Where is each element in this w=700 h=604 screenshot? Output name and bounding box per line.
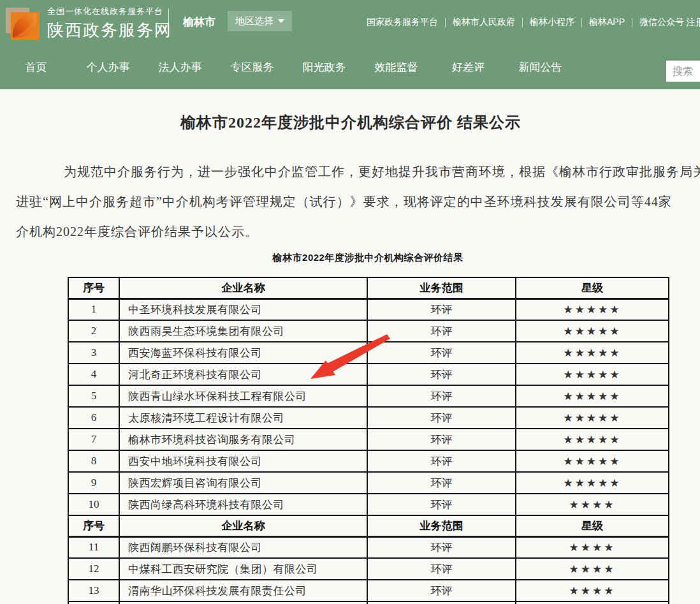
search-input[interactable] xyxy=(666,61,700,82)
table-cell-scope: 环评 xyxy=(367,385,516,407)
table-cell-stars: ★★★★★ xyxy=(516,364,669,385)
table-cell-scope: 环评 xyxy=(367,494,516,515)
site-header: 全国一体化在线政务服务平台 陕西政务服务网 榆林市 地区选择 国家政务服务平台榆… xyxy=(0,0,700,45)
nav-item[interactable]: 效能监督 xyxy=(360,60,432,75)
page-title: 榆林市2022年度涉批中介机构综合评价 结果公示 xyxy=(16,112,685,133)
link-separator xyxy=(522,18,523,27)
table-cell-scope: 环评 xyxy=(367,407,516,429)
table-row: 8西安中地环境科技有限公司环评★★★★★ xyxy=(68,450,669,472)
table-cell-stars: ★★★★ xyxy=(516,536,669,558)
nav-item[interactable]: 法人办事 xyxy=(144,60,216,75)
table-row: 13渭南华山环保科技发展有限责任公司环评★★★★ xyxy=(68,580,669,601)
column-header: 业务范围 xyxy=(367,515,516,536)
table-row: 5陕西青山绿水环保科技工程有限公司环评★★★★★ xyxy=(68,385,669,407)
current-city-label: 榆林市 xyxy=(183,15,215,29)
table-cell-empty xyxy=(367,601,516,604)
table-cell-empty xyxy=(68,601,119,604)
table-cell-no: 7 xyxy=(68,429,119,450)
nav-item[interactable]: 个人办事 xyxy=(72,60,144,75)
table-cell-scope: 环评 xyxy=(367,450,516,472)
header-link[interactable]: 榆林市人民政府 xyxy=(453,17,515,28)
table-cell-name: 中圣环境科技发展有限公司 xyxy=(119,298,367,320)
table-cell-scope: 环评 xyxy=(367,558,516,580)
platform-tagline: 全国一体化在线政务服务平台 xyxy=(47,6,172,17)
table-cell-empty xyxy=(516,601,669,604)
main-nav: 首页个人办事法人办事专区服务阳光政务效能监督好差评新闻公告 xyxy=(0,45,700,89)
table-cell-name: 河北奇正环境科技有限公司 xyxy=(119,364,367,385)
nav-item[interactable]: 好差评 xyxy=(432,60,504,75)
table-cell-stars: ★★★★★ xyxy=(516,298,669,320)
paragraph-line: 进驻“网上中介服务超市”中介机构考评管理规定（试行）》要求，现将评定的中圣环境科… xyxy=(16,187,700,217)
table-row: 2陕西雨昊生态环境集团有限公司环评★★★★★ xyxy=(68,320,669,342)
column-header: 企业名称 xyxy=(119,277,367,298)
table-cell-stars: ★★★★★ xyxy=(516,407,669,429)
table-cell-name: 陕西尚绿高科环境科技有限公司 xyxy=(119,494,367,515)
table-cell-stars: ★★★★ xyxy=(516,558,669,580)
link-separator xyxy=(632,18,632,27)
register-link[interactable]: 注册 xyxy=(686,17,700,29)
header-link[interactable]: 微信公众号 xyxy=(639,17,684,28)
table-cell-stars: ★★★★★ xyxy=(516,472,669,494)
table-row: 6太原核清环境工程设计有限公司环评★★★★★ xyxy=(68,407,669,429)
evaluation-results-table: 序号企业名称业务范围星级1中圣环境科技发展有限公司环评★★★★★2陕西雨昊生态环… xyxy=(68,277,669,604)
table-row-partial xyxy=(68,601,669,604)
header-link[interactable]: 国家政务服务平台 xyxy=(367,17,438,28)
table-cell-no: 9 xyxy=(68,472,119,494)
table-cell-scope: 环评 xyxy=(367,320,516,342)
table-cell-name: 榆林市环境科技咨询服务有限公司 xyxy=(119,429,367,450)
table-cell-stars: ★★★★★ xyxy=(516,385,669,407)
table-cell-scope: 环评 xyxy=(367,536,516,558)
site-title: 陕西政务服务网 xyxy=(47,19,172,41)
table-cell-name: 渭南华山环保科技发展有限责任公司 xyxy=(119,580,367,601)
link-separator xyxy=(445,18,446,27)
table-row: 10陕西尚绿高科环境科技有限公司环评★★★★ xyxy=(68,494,669,515)
table-body: 序号企业名称业务范围星级1中圣环境科技发展有限公司环评★★★★★2陕西雨昊生态环… xyxy=(68,277,669,604)
nav-item[interactable]: 首页 xyxy=(0,60,72,75)
column-header: 业务范围 xyxy=(367,277,516,298)
nav-item[interactable]: 新闻公告 xyxy=(504,60,576,75)
table-cell-scope: 环评 xyxy=(367,429,516,450)
table-cell-name: 西安中地环境科技有限公司 xyxy=(119,450,367,472)
table-cell-no: 11 xyxy=(68,536,119,558)
header-link[interactable]: 榆林小程序 xyxy=(530,17,574,28)
column-header: 序号 xyxy=(68,515,119,536)
announcement-paragraph: 为规范中介服务行为，进一步强化中介监管工作，更好地提升我市营商环境，根据《榆林市… xyxy=(16,157,700,247)
article-content: 榆林市2022年度涉批中介机构综合评价 结果公示 为规范中介服务行为，进一步强化… xyxy=(0,89,700,604)
table-cell-no: 2 xyxy=(68,320,119,342)
table-cell-no: 4 xyxy=(68,364,119,385)
table-row: 12中煤科工西安研究院（集团）有限公司环评★★★★ xyxy=(68,558,669,580)
table-cell-stars: ★★★★★ xyxy=(516,320,669,342)
region-selector-button[interactable]: 地区选择 xyxy=(228,11,292,31)
table-caption: 榆林市2022年度涉批中介机构综合评价结果 xyxy=(68,252,668,264)
brand-block: 全国一体化在线政务服务平台 陕西政务服务网 xyxy=(47,6,172,41)
table-cell-scope: 环评 xyxy=(367,298,516,320)
table-cell-scope: 环评 xyxy=(367,472,516,494)
table-cell-name: 太原核清环境工程设计有限公司 xyxy=(119,407,367,429)
table-row: 1中圣环境科技发展有限公司环评★★★★★ xyxy=(68,298,669,320)
header-links: 国家政务服务平台榆林市人民政府榆林小程序榆林APP微信公众号 xyxy=(367,17,684,28)
table-cell-scope: 环评 xyxy=(367,342,516,364)
table-cell-stars: ★★★★ xyxy=(516,580,669,601)
table-cell-no: 3 xyxy=(68,342,119,364)
link-separator xyxy=(581,18,582,27)
nav-list: 首页个人办事法人办事专区服务阳光政务效能监督好差评新闻公告 xyxy=(0,45,700,89)
table-cell-no: 5 xyxy=(68,385,119,407)
table-cell-name: 陕西宏辉项目咨询有限公司 xyxy=(119,472,367,494)
column-header: 企业名称 xyxy=(119,515,367,536)
table-cell-name: 陕西雨昊生态环境集团有限公司 xyxy=(119,320,367,342)
column-header: 星级 xyxy=(516,515,669,536)
table-cell-no: 8 xyxy=(68,450,119,472)
header-divider xyxy=(168,8,169,36)
paragraph-line: 介机构2022年度综合评价结果予以公示。 xyxy=(16,217,700,247)
nav-item[interactable]: 专区服务 xyxy=(216,60,288,75)
table-cell-no: 13 xyxy=(68,580,119,601)
table-cell-stars: ★★★★★ xyxy=(516,342,669,364)
header-link[interactable]: 榆林APP xyxy=(589,17,625,28)
table-header-row: 序号企业名称业务范围星级 xyxy=(68,277,669,298)
table-row: 9陕西宏辉项目咨询有限公司环评★★★★★ xyxy=(68,472,669,494)
table-cell-name: 中煤科工西安研究院（集团）有限公司 xyxy=(119,558,367,580)
table-row: 4河北奇正环境科技有限公司环评★★★★★ xyxy=(68,364,669,385)
site-logo-icon[interactable] xyxy=(5,4,41,40)
paragraph-line: 为规范中介服务行为，进一步强化中介监管工作，更好地提升我市营商环境，根据《榆林市… xyxy=(16,157,700,187)
nav-item[interactable]: 阳光政务 xyxy=(288,60,360,75)
